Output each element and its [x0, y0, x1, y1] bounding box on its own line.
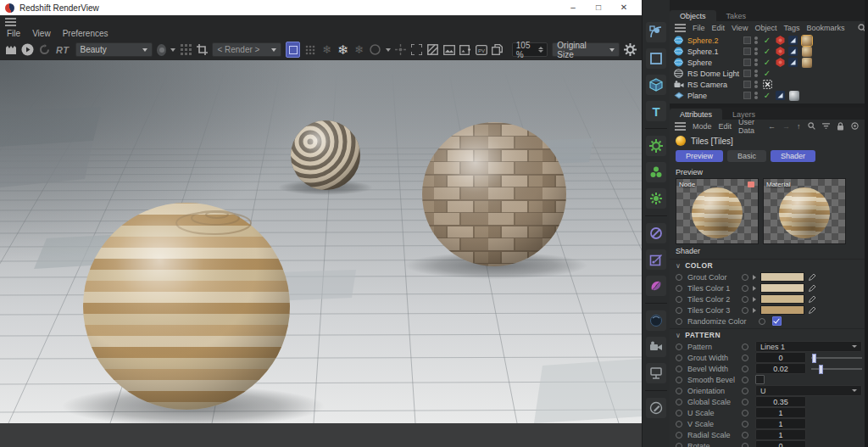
aov-preview-icon[interactable]: [157, 44, 167, 56]
keyframe-ring-icon[interactable]: [676, 421, 682, 427]
phong-tag-icon[interactable]: [775, 91, 786, 100]
history-forward-icon[interactable]: →: [782, 121, 790, 131]
active-camera-toggle-icon[interactable]: [762, 80, 773, 89]
focus-target-icon[interactable]: [851, 121, 859, 131]
background-pattern-icon[interactable]: [427, 42, 439, 57]
tab-objects[interactable]: Objects: [670, 10, 716, 21]
keyframe-ring-icon[interactable]: [742, 307, 748, 314]
keyframe-ring-icon[interactable]: [676, 366, 682, 372]
color-group-header[interactable]: ∨ COLOR: [670, 259, 868, 271]
object-name[interactable]: Plane: [687, 92, 743, 100]
object-checkbox[interactable]: [743, 59, 751, 66]
objects-menu-tags[interactable]: Tags: [783, 24, 799, 32]
objects-menu-edit[interactable]: Edit: [712, 24, 726, 32]
object-checkbox[interactable]: [743, 92, 751, 99]
rt-mode-label[interactable]: RT: [56, 45, 69, 55]
phong-tag-icon[interactable]: [787, 47, 798, 56]
minimize-button[interactable]: –: [560, 0, 586, 15]
render-pass-dropdown[interactable]: Beauty: [75, 42, 153, 57]
rs-object-tag-icon[interactable]: [775, 36, 786, 45]
color-swatch[interactable]: [760, 305, 804, 315]
restart-render-icon[interactable]: [38, 42, 50, 57]
plane-object-icon[interactable]: [673, 92, 684, 99]
keyframe-ring-icon[interactable]: [742, 388, 748, 394]
visibility-dots-icon[interactable]: [754, 70, 758, 77]
window-titlebar[interactable]: Redshift RenderView – □ ✕: [0, 0, 642, 15]
paint-tool-icon[interactable]: [646, 398, 666, 418]
enabled-check-icon[interactable]: ✓: [762, 91, 772, 100]
objects-menu-view[interactable]: View: [732, 24, 748, 32]
stage-tool-icon[interactable]: [646, 363, 666, 383]
filter-icon[interactable]: [822, 121, 830, 131]
slider-handle[interactable]: [819, 365, 823, 374]
object-row-sphere1[interactable]: Sphere.1 ✓: [670, 46, 868, 57]
u-scale-field[interactable]: 1: [755, 407, 806, 418]
save-image-icon[interactable]: [443, 42, 455, 57]
send-to-picture-viewer-icon[interactable]: PV: [476, 42, 487, 57]
object-name[interactable]: RS Dome Light: [687, 70, 743, 78]
camera-tool-icon[interactable]: [646, 337, 666, 357]
snapshot-grid-icon[interactable]: [304, 42, 316, 57]
zoom-stepper[interactable]: [538, 47, 543, 53]
material-tag-thumb[interactable]: [802, 36, 812, 46]
take-snapshot-snowflake-icon[interactable]: ❄: [337, 42, 349, 57]
keyframe-ring-icon[interactable]: [742, 355, 748, 361]
expand-triangle-icon[interactable]: [753, 297, 756, 302]
material-tag-thumb[interactable]: [802, 47, 812, 57]
bevel-width-slider[interactable]: [811, 364, 862, 373]
object-row-dome-light[interactable]: RS Dome Light ✓: [670, 68, 868, 79]
sphere-object-icon[interactable]: [673, 58, 684, 67]
menu-file[interactable]: File: [7, 29, 20, 38]
dome-light-icon[interactable]: [673, 69, 684, 78]
keyframe-ring-icon[interactable]: [676, 432, 682, 439]
tab-takes[interactable]: Takes: [716, 10, 757, 21]
keyframe-ring-icon[interactable]: [742, 410, 748, 416]
sphere-object-icon[interactable]: [673, 47, 684, 56]
attr-menu-mode[interactable]: Mode: [693, 122, 712, 131]
keyframe-ring-icon[interactable]: [676, 318, 682, 325]
settings-gear-icon[interactable]: [624, 42, 637, 57]
generator-gear-icon[interactable]: [646, 188, 666, 209]
object-name[interactable]: RS Camera: [687, 81, 743, 89]
menu-view[interactable]: View: [32, 29, 51, 38]
rs-object-tag-icon[interactable]: [775, 47, 786, 56]
object-row-sphere2[interactable]: Sphere.2 ✓: [670, 35, 868, 46]
pixel-grid-icon[interactable]: [180, 42, 192, 57]
keyframe-ring-icon[interactable]: [676, 344, 682, 350]
keyframe-ring-icon[interactable]: [676, 285, 682, 292]
render-camera-dropdown[interactable]: < Render >: [212, 42, 281, 57]
material-preview-thumb[interactable]: Material: [763, 178, 846, 244]
cube-primitive-tool-icon[interactable]: [646, 75, 666, 95]
visibility-dots-icon[interactable]: [754, 36, 758, 44]
expand-triangle-icon[interactable]: [753, 286, 756, 291]
rs-object-tag-icon[interactable]: [775, 58, 786, 67]
parent-up-icon[interactable]: ↑: [797, 121, 801, 131]
phong-tag-icon[interactable]: [787, 36, 798, 45]
keyframe-ring-icon[interactable]: [742, 377, 748, 383]
phong-tag-icon[interactable]: [787, 58, 798, 67]
keyframe-ring-icon[interactable]: [676, 443, 682, 447]
aov-dropdown-caret-icon[interactable]: [170, 48, 175, 52]
spline-pen-tool-icon[interactable]: [646, 22, 666, 42]
keyframe-ring-icon[interactable]: [742, 366, 748, 372]
global-scale-field[interactable]: 0.35: [755, 396, 806, 407]
preview-button[interactable]: Preview: [676, 150, 723, 162]
object-name[interactable]: Sphere.1: [687, 47, 743, 56]
objects-menu-object[interactable]: Object: [754, 24, 776, 32]
randomize-color-checkbox[interactable]: [772, 316, 782, 326]
visibility-dots-icon[interactable]: [754, 59, 758, 66]
object-checkbox[interactable]: [743, 36, 751, 44]
mograph-tool-icon[interactable]: [646, 276, 666, 296]
pattern-dropdown[interactable]: Lines 1: [755, 341, 862, 352]
keyframe-ring-icon[interactable]: [742, 296, 748, 303]
rotate-field[interactable]: 0: [755, 440, 806, 447]
render-viewport[interactable]: [0, 60, 642, 423]
panel-hamburger-icon[interactable]: [675, 122, 686, 131]
compare-circle-icon[interactable]: [370, 42, 381, 57]
save-image-plus-icon[interactable]: [459, 42, 471, 57]
object-checkbox[interactable]: [743, 70, 751, 77]
zoom-level-field[interactable]: 105 %: [512, 42, 548, 57]
crop-region-icon[interactable]: [196, 42, 208, 57]
enabled-check-icon[interactable]: ✓: [762, 36, 772, 45]
color-swatch[interactable]: [760, 272, 804, 282]
